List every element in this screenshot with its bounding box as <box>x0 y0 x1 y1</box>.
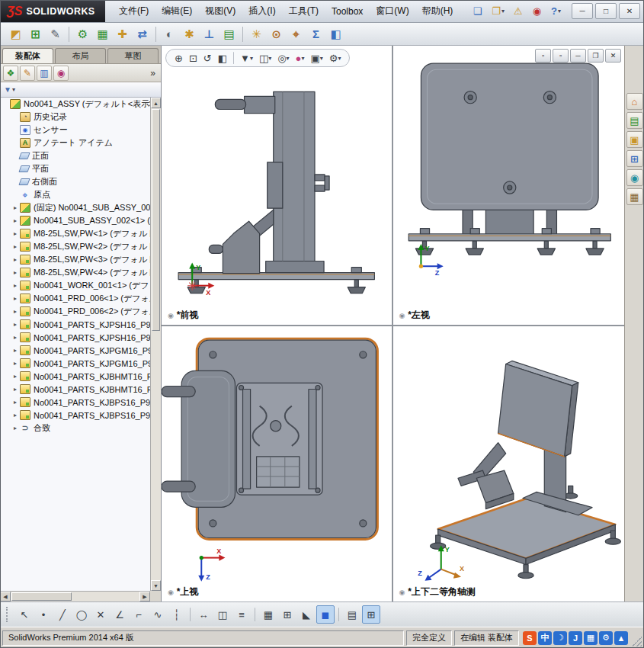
close-button[interactable]: ✕ <box>619 3 640 19</box>
expand-caret-icon[interactable]: ▸ <box>11 204 19 211</box>
view-orientation-icon[interactable]: ▼▾ <box>238 50 255 66</box>
shaded-sketch-contours-icon[interactable]: ◼ <box>316 605 335 624</box>
tree-item[interactable]: ▸ No0041_SUB_ASSY_002<1> (デ <box>0 214 150 227</box>
tree-item[interactable]: ▸ No0041_PARTS_KJPSH16_P9_OC <box>0 318 150 331</box>
tree-item[interactable]: ▸ No0041_PARTS_KJPSH16_P9_OC <box>0 331 150 344</box>
tree-item[interactable]: ▸ M8-25L,SW,PW<4> (デフォルト<表 <box>0 266 150 279</box>
tree-item[interactable]: センサー <box>0 124 150 136</box>
corner-rectangle-icon[interactable]: ⌐ <box>130 605 148 624</box>
grid-display-icon[interactable]: ⊞ <box>278 605 296 624</box>
toolbar-grip[interactable] <box>6 607 10 622</box>
feature-manager-icon[interactable]: ❖ <box>3 66 18 81</box>
expand-caret-icon[interactable]: ▸ <box>11 373 19 380</box>
component-pattern-icon[interactable]: ▦ <box>93 24 112 43</box>
scroll-down-icon[interactable]: ▼ <box>151 580 161 591</box>
status-lights-icon[interactable]: ◉ <box>529 3 546 19</box>
panel-tab[interactable]: 草图 <box>107 48 159 63</box>
appearances-icon[interactable]: ◉ <box>626 169 643 186</box>
tree-item[interactable]: ▸ No0041_PARTS_KJPGM16_P9_OC <box>0 357 150 370</box>
assembly-features-icon[interactable]: ✱ <box>180 24 199 43</box>
quick-snaps-icon[interactable]: ◣ <box>297 605 316 624</box>
ime-punctuation-icon[interactable]: J <box>569 631 582 645</box>
custom-properties-icon[interactable]: ▦ <box>626 188 643 205</box>
tree-item[interactable]: アノテート アイテム <box>0 136 150 149</box>
scroll-right-icon[interactable]: ▶ <box>139 592 150 601</box>
display-style-icon[interactable]: ◫▾ <box>257 50 274 66</box>
expand-caret-icon[interactable]: ▸ <box>11 334 19 341</box>
tree-horizontal-scrollbar[interactable]: ◀ ▶ <box>0 591 150 601</box>
separator[interactable] <box>242 27 243 42</box>
tree-item[interactable]: 历史记录 <box>0 111 150 124</box>
menu-item[interactable]: 视图(V) <box>199 2 242 21</box>
publish-edrawings-icon[interactable]: ⚠ <box>510 3 527 19</box>
tree-item[interactable]: ▸ No0041_WORK_001<1> (デフォル <box>0 279 150 292</box>
smart-dimension-icon[interactable]: ↔ <box>194 605 213 624</box>
smart-fasteners-icon[interactable]: ✚ <box>113 24 132 43</box>
viewport-isometric-view[interactable]: Y Z X ◉ *上下二等角轴测 <box>393 326 625 601</box>
menu-item[interactable]: 编辑(E) <box>155 2 198 21</box>
scroll-left-icon[interactable]: ◀ <box>0 592 11 601</box>
file-explorer-icon[interactable]: ▣ <box>626 131 643 148</box>
property-manager-icon[interactable]: ✎ <box>20 66 35 81</box>
interference-detection-icon[interactable]: ⊙ <box>267 24 286 43</box>
separator[interactable] <box>69 27 69 42</box>
expand-caret-icon[interactable]: ▸ <box>11 412 19 419</box>
design-library-icon[interactable]: ▤ <box>626 112 643 129</box>
ime-chinese-icon[interactable]: 中 <box>538 631 552 645</box>
menu-item[interactable]: 工具(T) <box>283 2 325 21</box>
expand-caret-icon[interactable]: ▸ <box>11 269 19 276</box>
separator[interactable] <box>233 52 234 64</box>
centerline-icon[interactable]: ┆ <box>168 605 186 624</box>
panel-tab[interactable]: 装配体 <box>2 48 53 63</box>
separator[interactable] <box>155 27 156 42</box>
insert-components-icon[interactable]: ⊞ <box>26 24 45 43</box>
configuration-manager-icon[interactable]: ▥ <box>37 66 52 81</box>
apply-scene-icon[interactable]: ▣▾ <box>308 50 325 66</box>
select-icon[interactable]: ↖ <box>15 605 34 624</box>
tree-item[interactable]: 右側面 <box>0 175 150 188</box>
close-child-button[interactable]: ✕ <box>605 49 621 63</box>
dock-pane-button[interactable]: ▫ <box>535 49 551 63</box>
expand-caret-icon[interactable]: ▸ <box>11 243 19 250</box>
split-pane-button[interactable]: ▫ <box>553 49 569 63</box>
expand-caret-icon[interactable]: ▸ <box>11 360 19 367</box>
line-icon[interactable]: ╱ <box>53 605 72 624</box>
expand-caret-icon[interactable]: ▸ <box>11 230 19 237</box>
tree-item[interactable]: No0041_ASSY (デフォルト<表示状態 <box>0 98 150 111</box>
edit-component-icon[interactable]: ◩ <box>6 24 25 43</box>
ime-fullwidth-icon[interactable]: ☽ <box>553 631 567 645</box>
measure-icon[interactable]: ⌖ <box>287 24 306 43</box>
tree-item[interactable]: 正面 <box>0 149 150 162</box>
section-view-icon[interactable]: ◧ <box>216 50 229 66</box>
ime-toolbox-icon[interactable]: ⚙ <box>599 631 613 645</box>
scroll-up-icon[interactable]: ▲ <box>151 98 161 108</box>
menu-item[interactable]: Toolbox <box>325 3 369 20</box>
mass-properties-icon[interactable]: Σ <box>306 24 325 43</box>
separator[interactable] <box>255 608 255 621</box>
mate-icon[interactable]: ⚙ <box>73 24 92 43</box>
tree-item[interactable]: ▸ M8-25L,SW,PW<3> (デフォルト<表 <box>0 253 150 266</box>
panel-chevron[interactable]: » <box>148 68 158 79</box>
tree-item[interactable]: ▸ M8-25L,SW,PW<1> (デフォルト<表 <box>0 227 150 240</box>
tree-item[interactable]: ▸ No0041_PARTS_KJBHMT16_P9_O <box>0 370 150 383</box>
tree-item[interactable]: ▸ No0041_PARTS_KJBPS16_P9_OC <box>0 409 150 422</box>
angle-snap-icon[interactable]: ∠ <box>111 605 129 624</box>
expand-caret-icon[interactable]: ▸ <box>11 256 19 263</box>
section-view-icon[interactable]: ◧ <box>326 24 345 43</box>
tree-item[interactable]: ▸ No0041_PARTS_KJBPS16_P9_OC <box>0 396 150 409</box>
circle-icon[interactable]: ◯ <box>72 605 91 624</box>
expand-caret-icon[interactable]: ▸ <box>11 282 19 289</box>
menu-item[interactable]: 窗口(W) <box>370 2 415 21</box>
tree-item[interactable]: ▸ No0041_PRD_006<1> (デフォルト <box>0 292 150 305</box>
bill-of-materials-icon[interactable]: ▤ <box>219 24 239 43</box>
tree-item[interactable]: ▸ No0041_PARTS_KJBHMT16_P9_O <box>0 383 150 396</box>
hide-show-items-icon[interactable]: ◎▾ <box>275 50 291 66</box>
open-document-icon[interactable]: ❐▾ <box>488 3 508 19</box>
display-manager-icon[interactable]: ◉ <box>53 66 69 81</box>
scroll-thumb[interactable] <box>11 592 72 601</box>
menu-item[interactable]: 帮助(H) <box>416 2 460 21</box>
spline-icon[interactable]: ∿ <box>149 605 167 624</box>
edit-appearance-icon[interactable]: ●▾ <box>293 50 307 66</box>
reference-geometry-icon[interactable]: ⊥ <box>200 24 219 43</box>
menu-item[interactable]: 文件(F) <box>113 2 155 21</box>
